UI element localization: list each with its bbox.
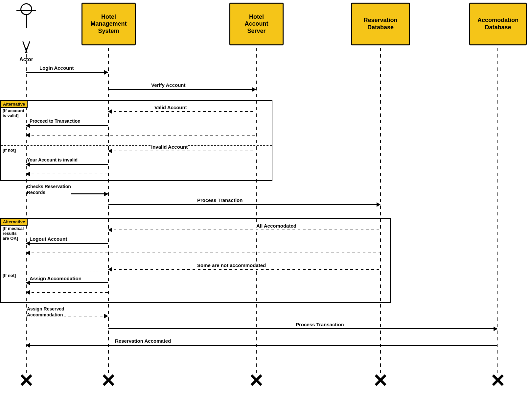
participant-rd: ReservationDatabase xyxy=(351,3,410,45)
arrowhead-assign-return xyxy=(26,290,30,295)
lifeline-hms xyxy=(108,48,109,374)
arrow-invalid xyxy=(108,151,256,151)
arrowhead-checks xyxy=(104,192,108,196)
arrowhead-valid xyxy=(108,109,112,114)
label-invalid-msg: Your Account is invalid xyxy=(27,157,78,162)
label-verify: Verify Account xyxy=(151,82,185,88)
arrowhead-proceed xyxy=(26,123,30,128)
sequence-diagram: Actor HotelManagementSystem HotelAccount… xyxy=(0,0,532,395)
x-has: ✕ xyxy=(248,372,264,390)
label-reservation-accom: Reservation Accomated xyxy=(115,338,171,344)
arrow-verify xyxy=(108,89,256,90)
arrow-some-not xyxy=(108,269,380,270)
label-assign-accom: Assign Accomodation xyxy=(30,276,81,281)
arrowhead-process-trans xyxy=(377,202,381,207)
arrow-assign-return xyxy=(26,292,108,293)
participant-hms: HotelManagementSystem xyxy=(81,3,136,45)
arrow-reservation-accom xyxy=(26,345,497,346)
label-logout: Logout Account xyxy=(30,236,67,242)
x-ad: ✕ xyxy=(490,372,505,390)
actor-body xyxy=(26,15,27,28)
alt-condition-2a: [If medical results are OK] xyxy=(3,226,24,241)
lifeline-ad xyxy=(497,48,498,374)
lifeline-rd xyxy=(380,48,381,374)
alt-divider-1 xyxy=(1,145,272,146)
label-proceed: Proceed to Transaction xyxy=(30,118,81,124)
arrowhead-login xyxy=(104,70,108,75)
label-process-trans2: Process Transaction xyxy=(296,322,344,327)
arrow-assign-accom xyxy=(26,282,108,283)
alt-condition-1a: [If account is valid] xyxy=(3,108,24,118)
arrow-process-trans2 xyxy=(108,328,497,329)
lifeline-actor xyxy=(26,48,27,374)
arrowhead-assign-reserved xyxy=(104,314,108,318)
label-login: Login Account xyxy=(39,65,74,71)
alt-frame-1: Alternative [If account is valid] [If no… xyxy=(0,100,272,181)
label-valid: Valid Account xyxy=(154,105,187,110)
arrowhead-process-trans2 xyxy=(494,327,497,331)
label-process-trans: Process Transction xyxy=(197,197,243,203)
arrow-invalid-msg xyxy=(26,164,108,165)
lifeline-has xyxy=(256,48,257,374)
label-invalid: Invalid Account xyxy=(151,144,188,150)
arrowhead-invalid-msg xyxy=(26,162,30,167)
alt-condition-1b: [If not] xyxy=(3,148,16,153)
alt-badge-1: Alternative xyxy=(0,100,28,108)
arrow-logout xyxy=(26,243,108,244)
arrow-proceed-return xyxy=(26,135,256,136)
participant-has: HotelAccountServer xyxy=(229,3,284,45)
alt-divider-2 xyxy=(1,271,390,271)
arrow-invalid-return xyxy=(26,174,108,174)
alt-frame-2: Alternative [If medical results are OK] … xyxy=(0,218,391,303)
alt-condition-2b: [If not] xyxy=(3,273,16,278)
arrow-all-accom xyxy=(108,230,380,230)
arrowhead-invalid xyxy=(108,149,112,153)
participant-ad: AccomodationDatabase xyxy=(469,3,527,45)
label-assign-reserved: Assign ReservedAccommodation xyxy=(27,306,64,318)
arrowhead-logout-return xyxy=(26,251,30,255)
label-all-accom: All Accomodated xyxy=(256,223,296,229)
actor-head xyxy=(20,3,32,15)
x-rd: ✕ xyxy=(373,372,388,390)
arrowhead-all-accom xyxy=(108,228,112,232)
arrow-logout-return xyxy=(26,253,380,253)
x-hms: ✕ xyxy=(101,372,116,390)
arrowhead-some-not xyxy=(108,267,112,272)
arrowhead-verify xyxy=(252,87,256,92)
arrowhead-proceed-return xyxy=(26,133,30,137)
arrowhead-reservation-accom xyxy=(26,343,30,348)
arrow-process-trans xyxy=(108,204,380,205)
arrow-login xyxy=(26,72,108,73)
arrow-valid xyxy=(108,111,256,112)
label-checks: Checks ReservationRecords xyxy=(27,184,71,195)
actor-arms xyxy=(16,10,36,11)
arrowhead-invalid-return xyxy=(26,172,30,176)
x-actor: ✕ xyxy=(18,372,34,390)
alt-badge-2: Alternative xyxy=(0,218,28,226)
arrow-proceed xyxy=(26,125,108,126)
label-some-not: Some are not accommodated xyxy=(197,262,266,268)
actor-figure xyxy=(10,3,43,54)
